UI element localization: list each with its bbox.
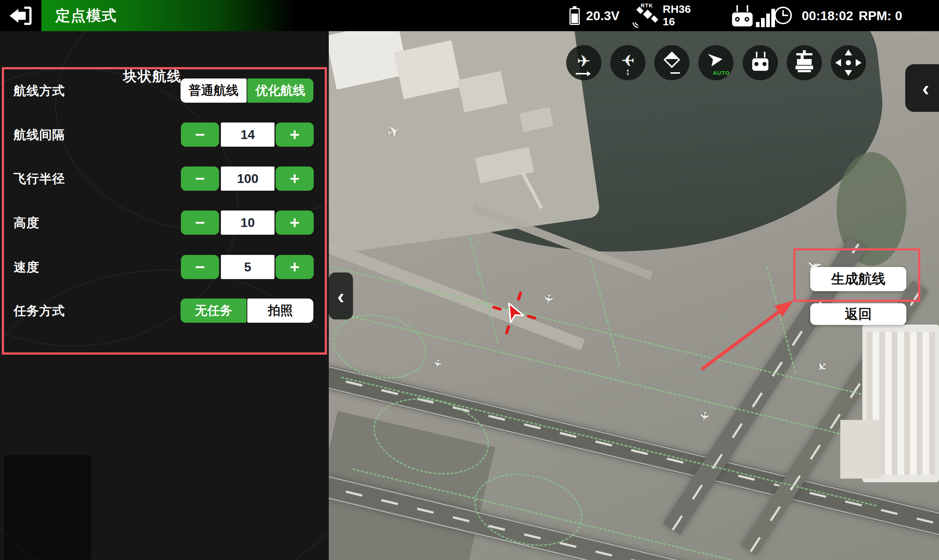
signal-bars-icon: [756, 9, 777, 27]
return-button[interactable]: 返回: [810, 303, 907, 325]
plane-takeoff-icon[interactable]: ✈: [566, 45, 601, 80]
app-window: ✈ ✈ ✈ ✈ ✈ ✈ ✈ 定点模式 20.3V RTK RH36 16: [0, 0, 939, 560]
remote-controller-icon[interactable]: [743, 45, 778, 80]
photo-button[interactable]: 拍照: [247, 298, 313, 323]
rtk-status-line1: RH36: [663, 3, 691, 15]
route-mode-label: 航线方式: [14, 78, 65, 103]
airplane-icon: ✈: [430, 358, 444, 369]
speed-plus-button[interactable]: +: [276, 255, 314, 279]
row-speed: 速度 − 5 +: [0, 255, 329, 279]
flight-mode-label: 定点模式: [56, 0, 117, 31]
speed-label: 速度: [14, 255, 39, 279]
panel-collapse-tab[interactable]: ‹: [329, 272, 353, 319]
top-status-bar: 定点模式 20.3V RTK RH36 16 00:18:02 RPM: 0: [0, 0, 939, 31]
remote-controller-icon: [732, 5, 752, 26]
task-mode-label: 任务方式: [14, 298, 65, 323]
taxiway-line: [469, 237, 499, 344]
radius-minus-button[interactable]: −: [181, 166, 219, 191]
mode-banner: 定点模式: [42, 0, 294, 31]
speed-minus-button[interactable]: −: [181, 255, 219, 279]
row-flight-radius: 飞行半径 − 100 +: [0, 166, 329, 191]
flight-time: 00:18:02: [802, 0, 853, 31]
row-altitude: 高度 − 10 +: [0, 211, 329, 235]
rtk-satellite-icon: RTK: [634, 2, 660, 29]
row-route-interval: 航线间隔 − 14 +: [0, 123, 329, 147]
altitude-minus-button[interactable]: −: [181, 211, 219, 235]
radius-plus-button[interactable]: +: [276, 166, 314, 191]
no-task-button[interactable]: 无任务: [180, 298, 247, 323]
rtk-status: RH36 16: [663, 3, 691, 28]
airplane-icon: ✈: [696, 410, 712, 423]
battery-voltage: 20.3V: [586, 0, 620, 31]
row-route-mode: 航线方式 普通航线 优化航线: [0, 78, 329, 103]
flight-radius-label: 飞行半径: [14, 166, 65, 191]
plane-altitude-icon[interactable]: ✈↕: [610, 45, 646, 80]
altitude-plus-button[interactable]: +: [276, 211, 314, 235]
auto-navigate-icon[interactable]: AUTO: [698, 45, 734, 80]
auto-badge: AUTO: [713, 70, 730, 76]
interval-plus-button[interactable]: +: [276, 123, 314, 147]
altitude-value: 10: [221, 211, 274, 235]
speed-value: 5: [221, 255, 274, 279]
sidebar-collapse-tab[interactable]: ‹: [905, 64, 939, 112]
panel-backdrop-block: [4, 455, 92, 560]
back-arrow-icon: [9, 6, 32, 25]
interval-value: 14: [221, 123, 274, 147]
route-settings-panel: 块状航线 航线方式 普通航线 优化航线 航线间隔 − 14 + 飞行半径 − 1…: [0, 31, 329, 560]
radius-value: 100: [221, 166, 274, 191]
generate-route-button[interactable]: 生成航线: [810, 267, 907, 291]
airplane-icon: ✈: [540, 292, 556, 305]
terminal-wing: [840, 420, 880, 478]
rpm-readout: RPM: 0: [859, 0, 902, 31]
chevron-left-icon: ‹: [337, 284, 344, 308]
back-button[interactable]: [0, 0, 42, 31]
interval-minus-button[interactable]: −: [181, 123, 219, 147]
pan-move-icon[interactable]: [831, 45, 866, 80]
optimized-route-button[interactable]: 优化航线: [247, 78, 313, 103]
clock-icon: [774, 6, 792, 24]
altitude-label: 高度: [14, 211, 39, 235]
rtk-status-line2: 16: [663, 15, 691, 28]
eraser-icon[interactable]: [654, 45, 689, 80]
chevron-left-icon: ‹: [922, 76, 929, 100]
battery-icon: [569, 8, 580, 25]
taxiway-line: [590, 259, 620, 366]
gimbal-icon[interactable]: [787, 45, 822, 80]
normal-route-button[interactable]: 普通航线: [180, 78, 247, 103]
row-task-mode: 任务方式 无任务 拍照: [0, 298, 329, 323]
route-interval-label: 航线间隔: [14, 123, 65, 147]
airplane-icon: ✈: [813, 358, 830, 375]
